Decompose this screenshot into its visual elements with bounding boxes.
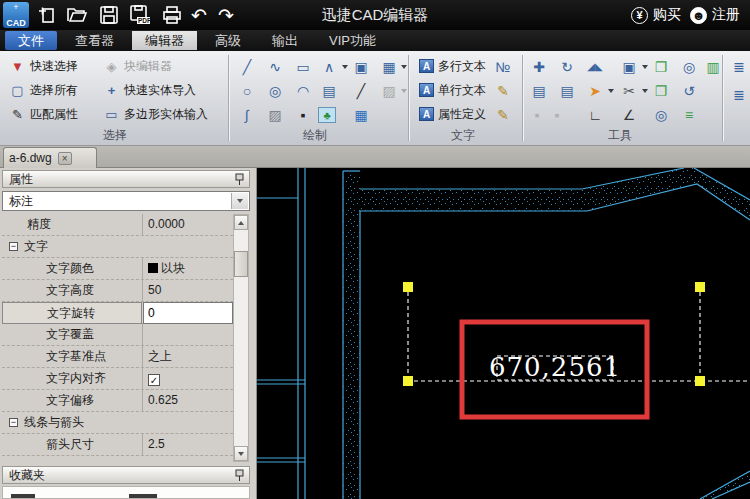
layer-add-icon[interactable]: ≡ (678, 105, 700, 125)
cursor-dropdown-arrow[interactable] (608, 89, 614, 93)
property-scrollbar[interactable] (233, 214, 249, 462)
select-all-button[interactable]: ▢ 选择所有 (6, 79, 81, 101)
collapse-icon[interactable]: − (9, 242, 18, 251)
boundary-dropdown-arrow[interactable] (401, 65, 407, 69)
circle-tool-icon[interactable]: ○ (236, 81, 258, 101)
polyline-tool-icon[interactable]: ∧ (318, 57, 340, 77)
copy-entities-icon[interactable]: ❐ (650, 81, 672, 101)
category-dropdown[interactable]: 标注 (2, 191, 250, 211)
leader-tool-icon[interactable]: ╱ (350, 81, 372, 101)
save-button[interactable] (96, 3, 122, 27)
paste-tool-icon[interactable]: ▤ (528, 81, 550, 101)
revision-cloud-icon[interactable]: ∫ (236, 105, 258, 125)
layers-icon[interactable]: ≣ (728, 57, 750, 77)
chamfer-tool-icon[interactable]: ∟ (584, 105, 606, 125)
trim-dropdown-arrow[interactable] (642, 89, 648, 93)
property-row-text-override[interactable]: 文字覆盖 (2, 324, 233, 346)
polyline-dropdown-arrow[interactable] (342, 65, 348, 69)
property-row-arrow-size[interactable]: 箭头尺寸 2.5 (2, 434, 233, 456)
layer-states-icon[interactable]: ≣ (728, 85, 750, 105)
checkbox-checked[interactable]: ✓ (148, 374, 160, 386)
quick-select-button[interactable]: ▼ 快速选择 (6, 55, 81, 77)
menu-vip[interactable]: VIP功能 (316, 31, 389, 50)
tab-close-button[interactable]: × (58, 152, 72, 165)
attribute-define-button[interactable]: A 属性定义 (416, 103, 489, 125)
buy-button[interactable]: ¥ 购买 (631, 6, 681, 24)
match-properties-button[interactable]: ✎ 匹配属性 (6, 103, 81, 125)
mirror-tool-icon[interactable]: ◢◣ (584, 57, 606, 77)
overlap-circles-icon[interactable]: ◎ (650, 105, 672, 125)
document-tab[interactable]: a-6.dwg × (3, 147, 97, 168)
point-tool-icon[interactable]: ▪ (292, 105, 314, 125)
pin-icon[interactable] (235, 469, 244, 482)
image-ref-dropdown-arrow[interactable] (401, 89, 407, 93)
drawing-canvas[interactable]: 670,2561 (257, 168, 750, 499)
edit-text-icon[interactable]: ✎ (492, 81, 514, 101)
print-button[interactable] (159, 3, 185, 27)
offset-tool-icon[interactable]: ▣ (618, 57, 640, 77)
table-tool-icon[interactable]: ▦ (350, 105, 372, 125)
property-row-precision[interactable]: 精度 0.0000 (2, 214, 233, 236)
align-tool-icon[interactable]: ▥ (702, 57, 724, 77)
rotate-tool-icon[interactable]: ↻ (556, 57, 578, 77)
hatch-tool-icon[interactable]: ▨ (264, 105, 286, 125)
image-tool-icon[interactable]: ♣ (318, 107, 336, 123)
property-row-text-rotation[interactable]: 文字旋转 (2, 302, 233, 324)
multiline-text-button[interactable]: A 多行文本 (416, 55, 489, 77)
property-row-text-color[interactable]: 文字颜色 以块 (2, 258, 233, 280)
menu-advanced[interactable]: 高级 (202, 31, 254, 50)
polygon-entity-import-button[interactable]: ▭ 多边形实体输入 (100, 103, 211, 125)
singleline-text-button[interactable]: A 单行文本 (416, 79, 489, 101)
line-tool-icon[interactable]: ╱ (236, 57, 258, 77)
offset-dropdown-arrow[interactable] (642, 65, 648, 69)
rectangle-tool-icon[interactable]: ▭ (292, 57, 314, 77)
trim-tool-icon[interactable]: ✂ (618, 81, 640, 101)
undo-button[interactable]: ↶ (186, 3, 212, 27)
scrollbar-thumb[interactable] (234, 251, 248, 277)
dropdown-button[interactable] (231, 193, 248, 209)
move-tool-icon[interactable]: ✚ (528, 57, 550, 77)
menu-output[interactable]: 输出 (259, 31, 311, 50)
image-ref-icon[interactable]: ▨ (378, 81, 400, 101)
save-as-pdf-button[interactable]: PDF (127, 3, 153, 27)
property-row-text-align[interactable]: 文字内对齐 ✓ (2, 368, 233, 390)
fillet-tool-icon[interactable]: ∠ (618, 105, 640, 125)
array-tool-icon[interactable]: ◎ (678, 57, 700, 77)
open-file-button[interactable] (64, 3, 90, 27)
wipeout-tool-icon[interactable]: ▤ (318, 81, 340, 101)
favorites-header[interactable]: 收藏夹 (2, 466, 250, 484)
numbered-text-icon[interactable]: № (492, 57, 514, 77)
section-row-text[interactable]: −文字 (2, 236, 233, 258)
property-row-text-height[interactable]: 文字高度 50 (2, 280, 233, 302)
edit-attribute-icon[interactable]: ✎ (492, 105, 514, 125)
new-file-button[interactable] (34, 3, 60, 27)
dimension-text[interactable]: 670,2561 (489, 352, 621, 382)
copy-tool-icon[interactable]: ❐ (650, 57, 672, 77)
boundary-tool-icon[interactable]: ▦ (378, 57, 400, 77)
pin-icon[interactable] (235, 173, 244, 186)
section-row-lines-arrows[interactable]: −线条与箭头 (2, 412, 233, 434)
block-editor-button[interactable]: ◈ 块编辑器 (100, 55, 175, 77)
arc-tool-icon[interactable]: ◠ (292, 81, 314, 101)
app-logo[interactable]: + CAD (3, 2, 29, 28)
menu-viewer[interactable]: 查看器 (62, 31, 127, 50)
join-tool-icon[interactable]: ▪ (526, 105, 548, 125)
donut-tool-icon[interactable]: ◎ (264, 81, 286, 101)
break-tool-icon[interactable]: ▪ (546, 105, 568, 125)
rotate-copy-icon[interactable]: ↺ (678, 81, 700, 101)
insert-block-icon[interactable]: ▣ (350, 57, 372, 77)
scroll-up-button[interactable] (234, 215, 248, 230)
text-rotation-input[interactable] (143, 302, 233, 324)
redo-button[interactable]: ↷ (213, 3, 239, 27)
properties-header[interactable]: 属性 (2, 170, 250, 188)
collapse-icon[interactable]: − (9, 418, 18, 427)
spline-tool-icon[interactable]: ∿ (264, 57, 286, 77)
quick-entity-import-button[interactable]: + 快速实体导入 (100, 79, 199, 101)
paste-special-icon[interactable]: ▤ (556, 81, 578, 101)
menu-editor[interactable]: 编辑器 (132, 31, 197, 50)
property-row-text-offset[interactable]: 文字偏移 0.625 (2, 390, 233, 412)
menu-file[interactable]: 文件 (5, 31, 57, 50)
property-row-text-datum[interactable]: 文字基准点 之上 (2, 346, 233, 368)
scroll-down-button[interactable] (234, 446, 248, 461)
select-cursor-icon[interactable]: ➤ (584, 81, 606, 101)
